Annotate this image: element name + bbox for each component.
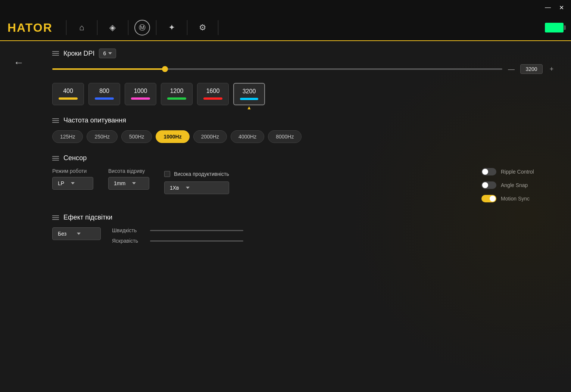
dpi-box-1200-color: [167, 97, 186, 100]
motion-sync-label: Motion Sync: [501, 196, 530, 202]
lighting-sliders-container: Швидкість Яскравість: [112, 227, 556, 244]
dpi-steps-chevron-icon: [108, 52, 112, 55]
dpi-box-3200-arrow-icon: ▲: [247, 105, 252, 111]
lift-off-field: Висота відриву 1mm: [108, 168, 149, 190]
dpi-section: Кроки DPI 6 — 3200 + 400: [52, 49, 556, 105]
titlebar: — ✕: [0, 0, 571, 15]
freq-500hz-button[interactable]: 500Hz: [121, 130, 152, 143]
dpi-box-1600[interactable]: 1600: [197, 83, 229, 105]
nav-lighting-icon[interactable]: ✦: [162, 18, 181, 37]
dpi-box-1000-value: 1000: [131, 88, 150, 94]
dpi-section-header: Кроки DPI 6: [52, 49, 556, 58]
close-button[interactable]: ✕: [556, 2, 567, 13]
lighting-section-header: Ефект підсвітки: [52, 214, 556, 221]
dpi-box-800-color: [95, 97, 114, 100]
lighting-section: Ефект підсвітки Без Швидкість Яскравість: [52, 214, 556, 244]
freq-2000hz-button[interactable]: 2000Hz: [193, 130, 227, 143]
lighting-section-title: Ефект підсвітки: [63, 214, 112, 221]
dpi-box-1200[interactable]: 1200: [161, 83, 193, 105]
ripple-control-toggle[interactable]: [481, 168, 496, 175]
angle-snap-row: Angle Snap: [481, 181, 556, 189]
freq-4000hz-button[interactable]: 4000Hz: [231, 130, 264, 143]
sensor-controls-row: Режим роботи LP Висота відриву 1mm: [52, 168, 467, 194]
nav-dpad-icon[interactable]: ◈: [103, 18, 122, 37]
dpi-steps-value: 6: [103, 50, 106, 56]
sensor-section: Сенсор Режим роботи LP Висота відриву: [52, 154, 556, 202]
header: HATOR ⌂ ◈ Ⓜ ✦ ⚙: [0, 15, 571, 41]
dpi-box-3200[interactable]: 3200 ▲: [233, 83, 265, 105]
dpi-box-3200-color: [240, 98, 258, 100]
sensor-section-icon: [52, 156, 59, 161]
speed-slider-track[interactable]: [150, 230, 243, 231]
angle-snap-label: Angle Snap: [501, 182, 528, 188]
sensor-section-title: Сенсор: [63, 154, 87, 162]
ripple-control-label: Ripple Control: [501, 169, 534, 175]
frequency-section-title: Частота опитування: [63, 116, 126, 124]
dpi-box-1600-color: [203, 97, 222, 100]
sensor-section-header: Сенсор: [52, 154, 556, 162]
dpi-box-1600-value: 1600: [203, 88, 222, 94]
speed-slider-row: Швидкість: [112, 227, 556, 233]
brightness-slider-track[interactable]: [150, 240, 243, 242]
work-mode-field: Режим роботи LP: [52, 168, 93, 190]
dpi-slider-plus-button[interactable]: +: [547, 65, 556, 74]
minimize-button[interactable]: —: [543, 2, 553, 13]
frequency-buttons-container: 125Hz 250Hz 500Hz 1000Hz 2000Hz 4000Hz 8…: [52, 130, 556, 143]
dpi-box-1200-value: 1200: [167, 88, 186, 94]
dpi-steps-dropdown[interactable]: 6: [99, 49, 116, 58]
freq-125hz-button[interactable]: 125Hz: [52, 130, 83, 143]
dpi-box-3200-value: 3200: [240, 88, 258, 95]
lift-off-chevron-icon: [132, 182, 136, 184]
high-perf-field: Висока продуктивність 1Хв: [164, 168, 229, 194]
battery-indicator: [545, 23, 564, 32]
motion-sync-row: Motion Sync: [481, 195, 556, 202]
main-content: ← Кроки DPI 6 — 3200: [0, 41, 571, 392]
brightness-slider-label: Яскравість: [112, 238, 146, 244]
freq-1000hz-button[interactable]: 1000Hz: [156, 130, 189, 143]
high-perf-checkbox[interactable]: [164, 171, 170, 177]
dpi-box-400[interactable]: 400: [52, 83, 84, 105]
nav-divider-2: [97, 20, 97, 35]
high-perf-dropdown[interactable]: 1Хв: [164, 181, 229, 194]
nav-home-icon[interactable]: ⌂: [72, 18, 91, 37]
ripple-control-row: Ripple Control: [481, 168, 556, 175]
freq-8000hz-button[interactable]: 8000Hz: [268, 130, 302, 143]
dpi-slider-track[interactable]: [52, 68, 502, 70]
frequency-section-header: Частота опитування: [52, 116, 556, 124]
motion-sync-toggle[interactable]: [481, 195, 496, 202]
dpi-slider-fill: [52, 68, 165, 70]
lift-off-dropdown[interactable]: 1mm: [108, 177, 149, 190]
lift-off-value: 1mm: [114, 180, 125, 186]
dpi-box-1000-color: [131, 97, 150, 100]
dpi-box-400-color: [59, 97, 78, 100]
freq-250hz-button[interactable]: 250Hz: [87, 130, 117, 143]
dpi-slider-thumb[interactable]: [162, 66, 168, 72]
lighting-effect-chevron-icon: [77, 233, 81, 235]
lighting-effect-dropdown[interactable]: Без: [52, 227, 101, 240]
toggles-panel: Ripple Control Angle Snap Motion Sync: [481, 168, 556, 202]
nav-macro-icon[interactable]: Ⓜ: [134, 20, 150, 35]
dpi-slider-value[interactable]: 3200: [520, 64, 543, 74]
brightness-slider-row: Яскравість: [112, 238, 556, 244]
work-mode-chevron-icon: [71, 182, 75, 184]
frequency-section-icon: [52, 118, 59, 123]
work-mode-dropdown[interactable]: LP: [52, 177, 93, 190]
back-button[interactable]: ←: [9, 52, 29, 73]
dpi-section-icon: [52, 51, 59, 56]
work-mode-value: LP: [58, 180, 64, 186]
dpi-box-400-value: 400: [59, 88, 78, 94]
dpi-box-1000[interactable]: 1000: [125, 83, 156, 105]
nav-settings-icon[interactable]: ⚙: [193, 18, 212, 37]
high-perf-chevron-icon: [186, 187, 190, 189]
high-perf-value: 1Хв: [170, 185, 179, 191]
angle-snap-toggle[interactable]: [481, 181, 496, 189]
dpi-slider-container: — 3200 +: [52, 64, 556, 74]
dpi-box-800-value: 800: [95, 88, 114, 94]
dpi-boxes-container: 400 800 1000 1200 1600: [52, 83, 556, 105]
dpi-section-title: Кроки DPI: [63, 50, 94, 57]
dpi-slider-minus-button[interactable]: —: [507, 65, 516, 74]
high-perf-label: Висока продуктивність: [174, 171, 229, 177]
speed-slider-label: Швидкість: [112, 227, 146, 233]
nav-divider-3: [128, 20, 128, 35]
dpi-box-800[interactable]: 800: [88, 83, 120, 105]
